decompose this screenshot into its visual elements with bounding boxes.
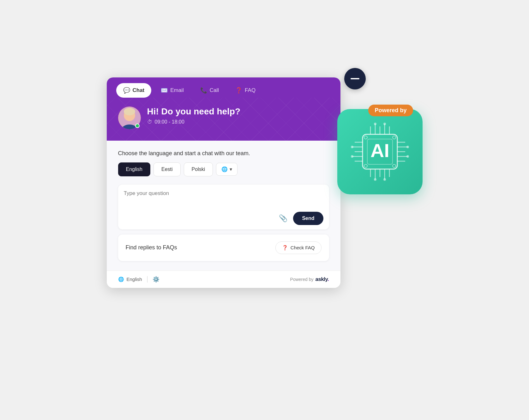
tab-email[interactable]: ✉️ Email (154, 83, 191, 98)
minimize-button[interactable] (344, 68, 366, 89)
footer-settings-icon[interactable]: ⚙️ (153, 276, 159, 283)
chat-actions: 📎 Send (124, 212, 323, 225)
hero-hours: ⏱ 09:00 - 18:00 (147, 119, 329, 125)
hero-text: Hi! Do you need help? ⏱ 09:00 - 18:00 (147, 107, 329, 125)
powered-by-label: Powered by (368, 105, 413, 116)
ai-powered-badge: Powered by (337, 106, 426, 194)
widget-body: Choose the language and start a chat wit… (107, 141, 340, 271)
lang-polski-button[interactable]: Polski (184, 162, 213, 176)
globe-icon: 🌐 (221, 166, 228, 172)
faq-icon: ❓ (235, 87, 242, 94)
svg-point-26 (374, 123, 376, 125)
chat-widget: 💬 Chat ✉️ Email 📞 Call ❓ FAQ (107, 77, 340, 288)
ai-chip-svg: AI (345, 117, 415, 186)
check-faq-button[interactable]: ❓ Check FAQ (275, 241, 322, 254)
tab-faq[interactable]: ❓ FAQ (228, 83, 262, 98)
phone-icon: 📞 (200, 87, 207, 94)
tab-chat[interactable]: 💬 Chat (116, 83, 152, 98)
send-button[interactable]: Send (293, 212, 323, 225)
hero-greeting: Hi! Do you need help? (147, 107, 329, 117)
more-languages-button[interactable]: 🌐 ▾ (216, 163, 237, 176)
chat-icon: 💬 (123, 87, 130, 94)
svg-point-36 (383, 178, 386, 181)
faq-card: Find replies to FAQs ❓ Check FAQ (118, 234, 329, 261)
online-status-dot (135, 124, 140, 128)
clock-icon: ⏱ (147, 119, 152, 125)
svg-point-33 (374, 178, 376, 181)
ai-badge-inner: Powered by (337, 109, 426, 198)
paperclip-icon: 📎 (279, 214, 287, 222)
svg-point-22 (406, 155, 409, 158)
askly-brand-name: askly. (315, 276, 329, 283)
attach-button[interactable]: 📎 (277, 212, 289, 224)
ai-chip: AI (337, 109, 423, 194)
svg-point-6 (124, 108, 135, 115)
chat-input[interactable] (124, 190, 323, 209)
svg-point-40 (364, 164, 367, 167)
choose-language-text: Choose the language and start a chat wit… (118, 150, 329, 157)
footer-globe-icon: 🌐 (118, 277, 124, 282)
minimize-icon (351, 78, 359, 79)
svg-point-38 (364, 136, 367, 139)
tab-bar: 💬 Chat ✉️ Email 📞 Call ❓ FAQ (107, 77, 340, 98)
widget-footer: 🌐 English ⚙️ Powered by askly. (107, 271, 340, 288)
svg-point-41 (393, 164, 396, 167)
svg-point-29 (383, 123, 386, 125)
svg-point-12 (351, 146, 353, 148)
footer-divider (147, 276, 147, 283)
faq-card-icon: ❓ (282, 245, 288, 251)
hero-section: Hi! Do you need help? ⏱ 09:00 - 18:00 (107, 98, 340, 141)
footer-language: 🌐 English (118, 277, 142, 282)
svg-text:AI: AI (370, 140, 389, 161)
lang-english-button[interactable]: English (118, 162, 150, 176)
footer-powered-by: Powered by askly. (290, 276, 329, 283)
svg-point-39 (393, 136, 396, 139)
chat-input-area: 📎 Send (118, 185, 329, 229)
chevron-down-icon: ▾ (230, 166, 232, 172)
faq-card-label: Find replies to FAQs (126, 244, 177, 251)
language-selector: English Eesti Polski 🌐 ▾ (118, 162, 329, 176)
lang-eesti-button[interactable]: Eesti (153, 162, 181, 176)
svg-point-19 (406, 146, 409, 148)
agent-avatar (118, 107, 141, 129)
email-icon: ✉️ (161, 87, 168, 94)
svg-point-15 (351, 155, 353, 158)
tab-call[interactable]: 📞 Call (193, 83, 226, 98)
